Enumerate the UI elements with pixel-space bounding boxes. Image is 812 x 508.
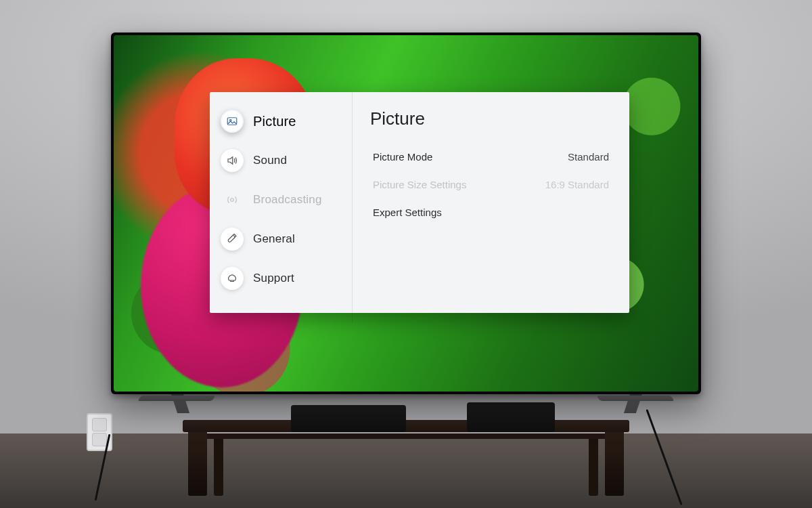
room-photo: Picture Sound Broadcasti bbox=[0, 0, 812, 508]
sidebar-item-general[interactable]: General bbox=[210, 219, 352, 259]
sidebar-item-label: General bbox=[253, 232, 295, 246]
svg-point-2 bbox=[231, 198, 234, 202]
streaming-box bbox=[467, 402, 555, 432]
sidebar-item-sound[interactable]: Sound bbox=[210, 141, 352, 180]
row-expert-settings[interactable]: Expert Settings bbox=[369, 198, 613, 226]
sidebar-item-broadcasting: Broadcasting bbox=[210, 180, 352, 219]
row-label: Picture Size Settings bbox=[373, 179, 466, 190]
row-label: Expert Settings bbox=[373, 207, 442, 218]
tv-leg-base bbox=[596, 396, 675, 401]
sidebar-item-label: Broadcasting bbox=[253, 193, 322, 207]
row-value: 16:9 Standard bbox=[545, 179, 609, 190]
row-label: Picture Mode bbox=[373, 151, 432, 163]
tv-frame: Picture Sound Broadcasti bbox=[111, 33, 701, 394]
picture-icon bbox=[221, 110, 244, 133]
sidebar-item-picture[interactable]: Picture bbox=[210, 102, 352, 141]
svg-rect-0 bbox=[227, 118, 237, 125]
sidebar-item-label: Picture bbox=[253, 114, 296, 129]
tv-leg-base bbox=[137, 396, 216, 401]
tv-wallpaper: Picture Sound Broadcasti bbox=[114, 35, 698, 391]
console-box bbox=[291, 405, 406, 432]
support-icon bbox=[221, 267, 244, 290]
sidebar-item-label: Support bbox=[253, 272, 294, 285]
sound-icon bbox=[221, 149, 244, 172]
settings-content: Picture Picture Mode Standard Picture Si… bbox=[353, 92, 629, 313]
tv-stand-table bbox=[183, 401, 629, 496]
content-title: Picture bbox=[370, 108, 613, 129]
row-picture-mode[interactable]: Picture Mode Standard bbox=[369, 143, 613, 171]
row-value: Standard bbox=[568, 151, 609, 163]
settings-panel: Picture Sound Broadcasti bbox=[210, 92, 629, 313]
tv-bezel: Picture Sound Broadcasti bbox=[114, 35, 698, 391]
sidebar-item-label: Sound bbox=[253, 154, 287, 167]
sidebar-item-support[interactable]: Support bbox=[210, 259, 352, 298]
wall-outlet bbox=[87, 413, 112, 451]
row-picture-size-settings: Picture Size Settings 16:9 Standard bbox=[369, 171, 613, 198]
settings-sidebar: Picture Sound Broadcasti bbox=[210, 92, 353, 322]
general-icon bbox=[221, 228, 244, 251]
broadcast-icon bbox=[221, 188, 244, 211]
